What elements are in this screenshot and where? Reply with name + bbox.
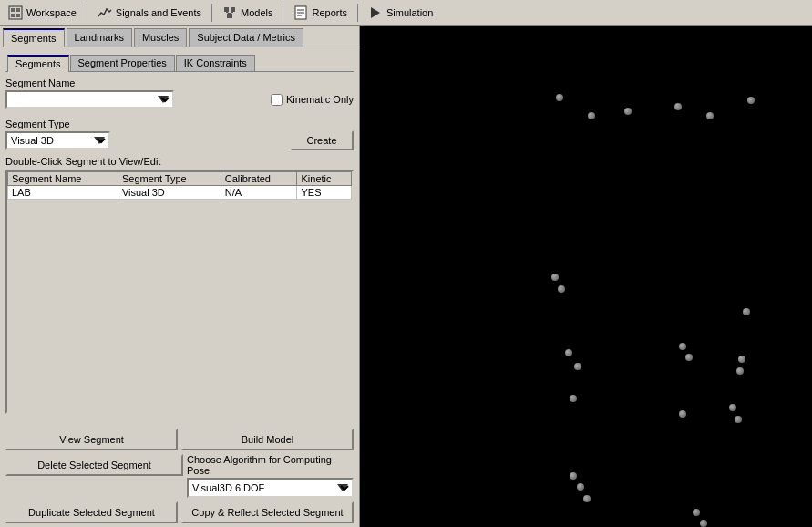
- dot: [736, 367, 744, 375]
- table-row[interactable]: LAB Visual 3D N/A YES: [8, 186, 352, 200]
- menu-workspace[interactable]: Workspace: [0, 2, 85, 24]
- sub-tab-bar: Segments Segment Properties IK Constrain…: [5, 53, 354, 72]
- kinematic-only-checkbox[interactable]: [271, 94, 283, 106]
- menu-sep-3: [283, 4, 283, 22]
- bottom-buttons: View Segment Build Model Delete Selected…: [0, 425, 359, 527]
- double-click-label: Double-Click Segment to View/Edit: [5, 156, 354, 167]
- dot: [700, 520, 707, 527]
- dot: [729, 404, 736, 411]
- menu-models[interactable]: Models: [214, 2, 281, 24]
- menu-sep-1: [87, 4, 87, 22]
- kinematic-only-group: Kinematic Only: [271, 94, 354, 106]
- svg-line-8: [226, 12, 230, 14]
- btn-row-3: Duplicate Selected Segment Copy & Reflec…: [5, 501, 354, 523]
- svg-rect-3: [11, 14, 15, 17]
- segment-type-select[interactable]: Visual 3D: [5, 131, 110, 150]
- segment-type-row: Segment Type Visual 3D Create: [5, 118, 354, 150]
- reports-label: Reports: [312, 7, 347, 18]
- svg-line-9: [230, 12, 233, 14]
- signals-label: Signals and Events: [116, 7, 201, 18]
- tab-landmarks[interactable]: Landmarks: [67, 28, 132, 46]
- workspace-icon: [8, 5, 23, 20]
- dot: [570, 472, 577, 480]
- menu-reports[interactable]: Reports: [285, 2, 355, 24]
- dot: [565, 349, 572, 356]
- tab-segments[interactable]: Segments: [3, 28, 65, 47]
- dot: [588, 112, 595, 119]
- col-header-kinetic: Kinetic: [297, 172, 352, 186]
- models-icon: [222, 5, 237, 20]
- dot: [577, 483, 584, 491]
- btn-row-1: View Segment Build Model: [5, 429, 354, 450]
- right-panel: [360, 26, 812, 527]
- sub-tab-segments[interactable]: Segments: [7, 55, 69, 72]
- segment-table: Segment Name Segment Type Calibrated Kin…: [7, 171, 352, 200]
- btn-row-2: Delete Selected Segment Choose Algorithm…: [5, 454, 354, 498]
- kinematic-only-label: Kinematic Only: [286, 94, 354, 105]
- col-header-name: Segment Name: [8, 172, 118, 186]
- segment-table-container: Segment Name Segment Type Calibrated Kin…: [5, 170, 354, 414]
- segment-name-select[interactable]: [5, 90, 174, 108]
- dot: [558, 285, 565, 293]
- top-tab-bar: Segments Landmarks Muscles Subject Data …: [0, 26, 359, 47]
- cell-calibrated: N/A: [221, 186, 297, 200]
- segment-name-row: Segment Name Kinematic Only: [5, 78, 354, 108]
- menu-sep-2: [211, 4, 212, 22]
- reports-icon: [293, 5, 308, 20]
- dot: [574, 363, 581, 370]
- tab-muscles[interactable]: Muscles: [134, 28, 187, 46]
- dot: [693, 509, 700, 516]
- menubar: Workspace Signals and Events Models Repo…: [0, 0, 812, 26]
- col-header-calibrated: Calibrated: [221, 172, 297, 186]
- create-button[interactable]: Create: [290, 130, 354, 150]
- svg-marker-14: [371, 7, 380, 18]
- svg-rect-6: [231, 7, 235, 12]
- menu-simulation[interactable]: Simulation: [360, 2, 441, 24]
- svg-rect-1: [11, 8, 15, 12]
- simulation-icon: [368, 5, 383, 20]
- cell-kinetic: YES: [297, 186, 352, 200]
- dot: [570, 395, 577, 402]
- menu-signals-events[interactable]: Signals and Events: [89, 2, 210, 24]
- algo-label: Choose Algorithm for Computing Pose: [187, 454, 354, 476]
- dot: [674, 103, 682, 110]
- menu-sep-4: [357, 4, 358, 22]
- algo-group: Choose Algorithm for Computing Pose Visu…: [187, 454, 354, 498]
- svg-rect-2: [16, 8, 20, 12]
- segment-type-label: Segment Type: [5, 119, 110, 129]
- dot: [747, 97, 755, 104]
- segment-name-group: Segment Name Kinematic Only: [5, 78, 354, 112]
- sub-tab-ik-constraints[interactable]: IK Constraints: [176, 55, 255, 71]
- delete-selected-button[interactable]: Delete Selected Segment: [5, 454, 183, 476]
- table-header-row: Segment Name Segment Type Calibrated Kin…: [8, 172, 352, 186]
- main-layout: Segments Landmarks Muscles Subject Data …: [0, 26, 812, 527]
- models-label: Models: [241, 7, 272, 18]
- svg-rect-7: [227, 14, 232, 18]
- dot: [735, 416, 742, 423]
- copy-reflect-button[interactable]: Copy & Reflect Selected Segment: [181, 501, 354, 523]
- svg-rect-5: [224, 7, 229, 12]
- dot: [624, 108, 632, 115]
- dot: [679, 343, 686, 350]
- cell-name: LAB: [8, 186, 118, 200]
- dot: [706, 112, 714, 119]
- view-segment-button[interactable]: View Segment: [5, 429, 178, 450]
- segment-name-label: Segment Name: [5, 78, 174, 88]
- dot: [583, 495, 591, 502]
- build-model-button[interactable]: Build Model: [181, 429, 354, 450]
- col-header-type: Segment Type: [118, 172, 221, 186]
- svg-rect-4: [16, 14, 20, 17]
- dot: [679, 410, 686, 418]
- dot: [556, 94, 563, 101]
- signals-icon: [98, 5, 112, 20]
- panel-content: Segments Segment Properties IK Constrain…: [0, 47, 359, 425]
- workspace-label: Workspace: [26, 7, 77, 18]
- dot: [551, 274, 559, 281]
- duplicate-selected-button[interactable]: Duplicate Selected Segment: [5, 501, 178, 523]
- sub-tab-segment-properties[interactable]: Segment Properties: [70, 55, 175, 71]
- algo-select[interactable]: Visual3D 6 DOF: [187, 478, 354, 498]
- dot: [743, 308, 750, 315]
- tab-subject-data[interactable]: Subject Data / Metrics: [189, 28, 303, 46]
- simulation-label: Simulation: [386, 7, 433, 18]
- cell-type: Visual 3D: [118, 186, 221, 200]
